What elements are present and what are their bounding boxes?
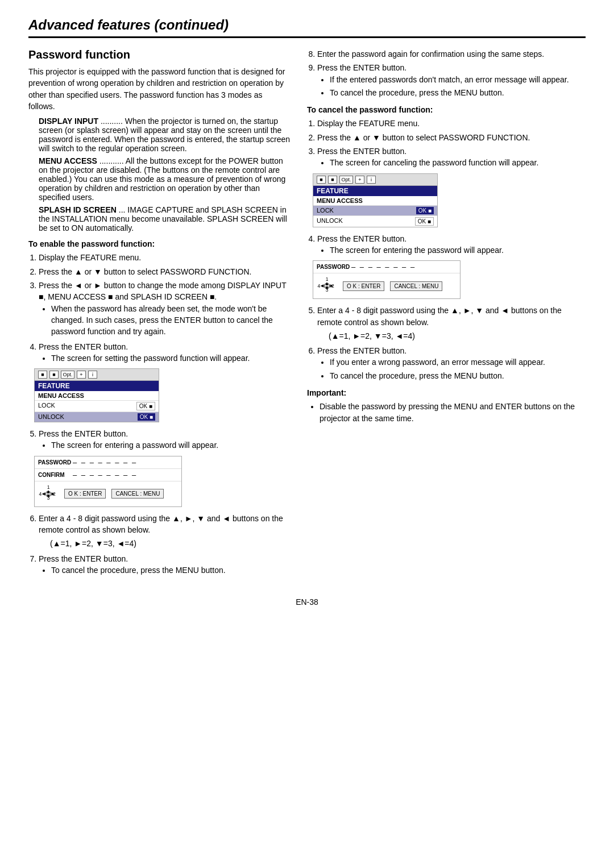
arrow-diagram: 1 3 4 2 bbox=[38, 484, 59, 504]
enable-step-3-bullet: When the password has already been set, … bbox=[51, 303, 290, 338]
cancel-steps-list: Display the FEATURE menu. Press the ▲ or… bbox=[317, 118, 586, 168]
section-title: Password function bbox=[28, 48, 290, 61]
opt-icon: Opt. bbox=[61, 371, 74, 379]
r-icon-4: i bbox=[367, 176, 376, 184]
enable-step-6: Enter a 4 - 8 digit password using the ▲… bbox=[39, 513, 290, 550]
cancel-step-5: Enter a 4 - 8 digit password using the ▲… bbox=[317, 305, 586, 342]
r-unlock-row: UNLOCK OK ■ bbox=[313, 215, 437, 227]
confirm-label: CONFIRM bbox=[38, 472, 69, 478]
confirm-dashes: – – – – – – – – bbox=[73, 471, 178, 479]
r-ok-enter-btn: O K : ENTER bbox=[343, 281, 384, 291]
r-ok-btn-lock: OK ■ bbox=[416, 207, 434, 214]
enable-step-7: Press the ENTER button. To cancel the pr… bbox=[39, 553, 290, 576]
cancel-label: To cancel the password function: bbox=[307, 104, 586, 115]
enable-label: To enable the password function: bbox=[28, 238, 290, 250]
cancel-steps-list-2: Press the ENTER button. The screen for e… bbox=[317, 233, 586, 256]
cancel-steps-list-3: Enter a 4 - 8 digit password using the ▲… bbox=[317, 305, 586, 381]
cancel-step-4-bullet: The screen for entering the password wil… bbox=[330, 244, 586, 256]
icon-1: ■ bbox=[38, 371, 47, 379]
pw-row-password: PASSWORD – – – – – – – – bbox=[35, 456, 181, 469]
right-menu-top-bar: ■ ■ Opt. + i bbox=[313, 174, 437, 186]
feature-row: FEATURE bbox=[35, 381, 159, 391]
r-pw-row-password: PASSWORD – – – – – – – – bbox=[313, 261, 460, 273]
cancel-step-3: Press the ENTER button. The screen for c… bbox=[317, 146, 586, 169]
r-arrow-diagram: 1 3 4 2 bbox=[317, 276, 337, 296]
right-step-9-bullet-2: To cancel the procedure, press the MENU … bbox=[330, 87, 586, 98]
icon-3: + bbox=[77, 371, 86, 379]
left-column: Password function This projector is equi… bbox=[28, 48, 290, 580]
r-menu-access-row: MENU ACCESS bbox=[313, 196, 437, 205]
formula-right: (▲=1, ►=2, ▼=3, ◄=4) bbox=[329, 330, 586, 342]
enable-step-7-bullet: To cancel the procedure, press the MENU … bbox=[51, 564, 290, 576]
page-number: EN-38 bbox=[296, 597, 318, 607]
cancel-step-6-bullet-1: If you enter a wrong password, an error … bbox=[330, 356, 586, 368]
important-bullet: Disable the password by pressing the MEN… bbox=[320, 401, 586, 424]
right-step-8: Enter the password again for confirmatio… bbox=[317, 48, 586, 60]
r-pw-controls: 1 3 4 2 O K : ENTER CANCEL : MENU bbox=[313, 273, 460, 298]
enable-step-3: Press the ◄ or ► button to change the mo… bbox=[39, 280, 290, 337]
right-steps-list: Enter the password again for confirmatio… bbox=[317, 48, 586, 98]
mode-1-name: DISPLAY INPUT bbox=[39, 117, 98, 126]
ok-enter-btn: O K : ENTER bbox=[64, 489, 106, 499]
cancel-step-4: Press the ENTER button. The screen for e… bbox=[317, 233, 586, 256]
svg-text:1: 1 bbox=[326, 277, 329, 283]
r-icon-1: ■ bbox=[317, 176, 326, 184]
svg-text:4: 4 bbox=[317, 283, 320, 289]
cancel-step-3-bullet: The screen for canceling the password fu… bbox=[330, 157, 586, 168]
r-icon-2: ■ bbox=[328, 176, 337, 184]
right-menu-diagram: ■ ■ Opt. + i FEATURE MENU ACCESS LOCK OK… bbox=[313, 173, 438, 227]
pw-dashes: – – – – – – – – bbox=[73, 458, 178, 467]
enable-step-5-bullet: The screen for entering a password will … bbox=[51, 439, 290, 451]
mode-menu-access: MENU ACCESS ........... All the buttons … bbox=[39, 156, 290, 202]
mode-display-input: DISPLAY INPUT .......... When the projec… bbox=[39, 117, 290, 153]
svg-marker-6 bbox=[42, 492, 45, 496]
menu-access-row: MENU ACCESS bbox=[35, 391, 159, 400]
enable-steps-list: Display the FEATURE menu. Press the ▲ or… bbox=[39, 252, 290, 364]
pw-controls: 1 3 4 2 O K : ENTER CANCEL : MENU bbox=[35, 481, 181, 506]
right-step-9-bullet-1: If the entered passwords don't match, an… bbox=[330, 74, 586, 85]
r-cancel-menu-btn: CANCEL : MENU bbox=[390, 281, 442, 291]
r-ok-btn-unlock: OK ■ bbox=[415, 217, 434, 226]
right-password-diagram: PASSWORD – – – – – – – – 1 3 4 2 bbox=[313, 260, 460, 299]
r-pw-label: PASSWORD bbox=[317, 264, 348, 270]
page-header: Advanced features (continued) bbox=[28, 17, 586, 38]
left-menu-diagram: ■ ■ Opt. + i FEATURE MENU ACCESS LOCK OK… bbox=[34, 368, 159, 422]
enable-step-2: Press the ▲ or ▼ button to select PASSWO… bbox=[39, 266, 290, 277]
ok-btn-unlock: OK ■ bbox=[138, 413, 155, 421]
cancel-step-6: Press the ENTER button. If you enter a w… bbox=[317, 345, 586, 381]
r-pw-dashes: – – – – – – – – bbox=[351, 263, 457, 271]
mode-splash-id: SPLASH ID SCREEN ... IMAGE CAPTURE and S… bbox=[39, 205, 290, 232]
formula-left: (▲=1, ►=2, ▼=3, ◄=4) bbox=[50, 538, 290, 549]
svg-text:4: 4 bbox=[39, 491, 42, 497]
icon-2: ■ bbox=[49, 371, 59, 379]
ok-btn-lock: OK ■ bbox=[136, 402, 155, 410]
r-feature-row: FEATURE bbox=[313, 186, 437, 196]
mode-2-name: MENU ACCESS bbox=[39, 156, 97, 165]
section-intro: This projector is equipped with the pass… bbox=[28, 66, 290, 112]
important-list: Disable the password by pressing the MEN… bbox=[320, 401, 586, 424]
right-column: Enter the password again for confirmatio… bbox=[307, 48, 586, 580]
svg-text:1: 1 bbox=[47, 484, 50, 490]
pw-row-confirm: CONFIRM – – – – – – – – bbox=[35, 469, 181, 481]
right-step-9: Press the ENTER button. If the entered p… bbox=[317, 62, 586, 98]
page-footer: EN-38 bbox=[28, 597, 586, 607]
enable-steps-list-2: Press the ENTER button. The screen for e… bbox=[39, 428, 290, 451]
enable-step-5: Press the ENTER button. The screen for e… bbox=[39, 428, 290, 451]
r-lock-row: LOCK OK ■ bbox=[313, 205, 437, 215]
enable-step-4-bullet: The screen for setting the password func… bbox=[51, 352, 290, 364]
cancel-step-6-bullet-2: To cancel the procedure, press the MENU … bbox=[330, 370, 586, 381]
menu-top-bar: ■ ■ Opt. + i bbox=[35, 369, 159, 381]
cancel-step-2: Press the ▲ or ▼ button to select PASSWO… bbox=[317, 132, 586, 143]
important-label: Important: bbox=[307, 387, 586, 398]
svg-marker-15 bbox=[321, 284, 324, 288]
r-opt-icon: Opt. bbox=[339, 176, 353, 184]
icon-4: i bbox=[88, 371, 97, 379]
enable-step-1: Display the FEATURE menu. bbox=[39, 252, 290, 263]
unlock-row: UNLOCK OK ■ bbox=[35, 412, 159, 422]
r-icon-3: + bbox=[355, 176, 364, 184]
page-title: Advanced features (continued) bbox=[28, 17, 586, 33]
pw-label: PASSWORD bbox=[38, 459, 69, 466]
cancel-menu-btn: CANCEL : MENU bbox=[111, 489, 164, 499]
enable-step-4: Press the ENTER button. The screen for s… bbox=[39, 341, 290, 364]
cancel-step-1: Display the FEATURE menu. bbox=[317, 118, 586, 129]
